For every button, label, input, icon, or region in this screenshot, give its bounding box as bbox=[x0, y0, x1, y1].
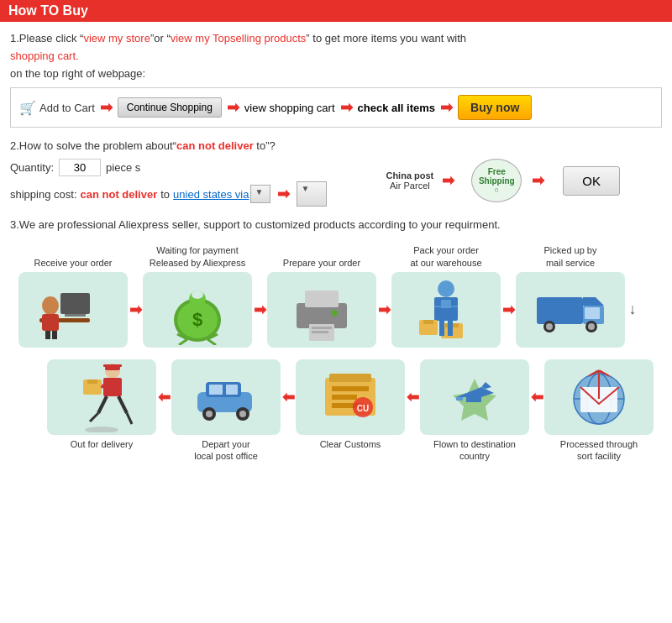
shipping-arrow: ➡ bbox=[277, 185, 290, 203]
svg-line-75 bbox=[127, 413, 132, 424]
quantity-row: Quantity: piece s bbox=[10, 159, 327, 176]
img-sort bbox=[544, 359, 654, 435]
shipping-row: shipping cost:can not deliver to unied s… bbox=[10, 181, 327, 207]
svg-rect-52 bbox=[332, 386, 369, 391]
dropdown-method[interactable] bbox=[297, 181, 327, 207]
label-depart: Depart yourlocal post office bbox=[171, 438, 281, 463]
view-cart-button[interactable]: view shopping cart bbox=[244, 102, 335, 114]
label-waiting: Waiting for paymentReleased by Aliexpres… bbox=[143, 244, 252, 269]
svg-rect-1 bbox=[60, 293, 90, 314]
shipping-prefix: shipping cost: bbox=[10, 188, 77, 201]
svg-rect-4 bbox=[42, 314, 59, 331]
proc-down-arrow: ↓ bbox=[625, 301, 640, 318]
proc-arrow3: ➡ bbox=[376, 301, 391, 319]
circle-icon: ○ bbox=[495, 186, 499, 194]
shipping-to: to bbox=[160, 188, 170, 201]
step1: 1.Please click “view my store”or “view m… bbox=[10, 30, 662, 128]
svg-rect-28 bbox=[423, 320, 433, 324]
flow-buy-now[interactable]: Buy now bbox=[458, 95, 532, 120]
img-pack bbox=[391, 272, 501, 348]
step1-suffix: ” to get more items you want with bbox=[306, 32, 466, 44]
arrow2: ➡ bbox=[227, 98, 239, 117]
label-receive: Receive your order bbox=[18, 257, 128, 269]
link-unied-states[interactable]: unied states via bbox=[173, 188, 249, 201]
label-sort: Processed throughsort facility bbox=[544, 438, 654, 463]
proc-arrow1: ➡ bbox=[128, 301, 143, 319]
img-receive bbox=[18, 272, 128, 348]
arrow4: ➡ bbox=[440, 98, 453, 117]
svg-rect-21 bbox=[312, 331, 328, 333]
label-out-delivery: Out for delivery bbox=[47, 438, 156, 463]
label-flight: Flown to destinationcountry bbox=[420, 438, 529, 463]
svg-rect-2 bbox=[65, 314, 86, 317]
svg-rect-5 bbox=[45, 331, 50, 339]
img-depart bbox=[171, 359, 281, 435]
china-post-sub: Air Parcel bbox=[390, 181, 430, 191]
arrow-to-free: ➡ bbox=[442, 171, 454, 190]
proc-arrow-r2: ⬅ bbox=[281, 388, 296, 406]
free-label: Free bbox=[488, 167, 506, 176]
arrow-to-ok: ➡ bbox=[532, 171, 544, 190]
proc-arrow-r4: ⬅ bbox=[529, 388, 544, 406]
dropdown-via[interactable] bbox=[250, 185, 270, 203]
cart-icon: 🛒 bbox=[19, 100, 36, 116]
proc-arrow-r1: ⬅ bbox=[156, 388, 171, 406]
quantity-label: Quantity: bbox=[10, 161, 54, 174]
continue-shopping-button[interactable]: Continue Shopping bbox=[118, 97, 222, 118]
svg-rect-51 bbox=[329, 374, 371, 382]
svg-line-74 bbox=[90, 413, 98, 421]
can-not-deliver-label: can not deliver bbox=[176, 139, 254, 152]
step1-line2: on the top right of webpage: bbox=[10, 67, 145, 80]
svg-rect-31 bbox=[439, 321, 444, 336]
ok-button[interactable]: OK bbox=[563, 166, 620, 196]
svg-point-64 bbox=[239, 411, 246, 417]
svg-rect-70 bbox=[87, 380, 97, 384]
svg-point-23 bbox=[438, 280, 454, 297]
step1-mid: ”or “ bbox=[150, 32, 171, 44]
svg-point-62 bbox=[206, 411, 213, 417]
flow-continue[interactable]: Continue Shopping bbox=[118, 97, 222, 118]
proc-arrow2: ➡ bbox=[252, 301, 267, 319]
svg-point-3 bbox=[42, 296, 59, 315]
process-diagram: Receive your order Waiting for paymentRe… bbox=[10, 244, 662, 462]
img-flight bbox=[420, 359, 529, 435]
img-customs: CU bbox=[296, 359, 405, 435]
svg-rect-48 bbox=[466, 397, 481, 402]
svg-rect-20 bbox=[312, 327, 332, 329]
header-bar: How TO Buy bbox=[0, 0, 672, 22]
img-delivery bbox=[47, 359, 156, 435]
arrow1: ➡ bbox=[100, 98, 113, 117]
svg-marker-35 bbox=[583, 297, 604, 306]
img-payment: $ bbox=[143, 272, 252, 348]
step2-prefix: 2.How to solve the problem about“ bbox=[10, 139, 176, 152]
label-prepare: Prepare your order bbox=[267, 257, 376, 269]
svg-rect-67 bbox=[103, 364, 122, 367]
svg-line-73 bbox=[118, 396, 127, 413]
step2: 2.How to solve the problem about“can not… bbox=[10, 139, 662, 207]
svg-point-22 bbox=[331, 310, 338, 317]
svg-rect-33 bbox=[537, 297, 583, 324]
link-shopping-cart[interactable]: shopping cart. bbox=[10, 50, 79, 62]
step2-suffix: to”? bbox=[254, 139, 276, 152]
china-post-box: China post Air Parcel bbox=[386, 170, 433, 191]
arrow3: ➡ bbox=[340, 98, 353, 117]
check-items-button[interactable]: check all items bbox=[358, 102, 436, 114]
step3: 3.We are professional Aliexpress seller,… bbox=[10, 218, 662, 231]
link-view-store[interactable]: view my store bbox=[83, 32, 150, 44]
flow-check-items[interactable]: check all items bbox=[358, 102, 436, 114]
quantity-input[interactable] bbox=[59, 159, 101, 176]
svg-rect-49 bbox=[456, 397, 463, 400]
add-to-cart-label: Add to Cart bbox=[39, 102, 95, 114]
flow-bar: 🛒 Add to Cart ➡ Continue Shopping ➡ view… bbox=[10, 87, 662, 128]
svg-line-71 bbox=[102, 385, 103, 388]
free-shipping-badge: Free Shipping ○ bbox=[471, 159, 522, 202]
flow-view-cart[interactable]: view shopping cart bbox=[244, 102, 335, 114]
svg-rect-18 bbox=[305, 291, 339, 307]
buy-now-button[interactable]: Buy now bbox=[458, 95, 532, 120]
link-topselling[interactable]: view my Topselling products bbox=[171, 32, 307, 44]
label-pack: Pack your orderat our warehouse bbox=[391, 244, 501, 269]
svg-point-40 bbox=[588, 323, 595, 330]
svg-point-38 bbox=[546, 323, 553, 330]
piece-label: piece s bbox=[106, 161, 140, 174]
down-arrow-row bbox=[18, 351, 654, 359]
